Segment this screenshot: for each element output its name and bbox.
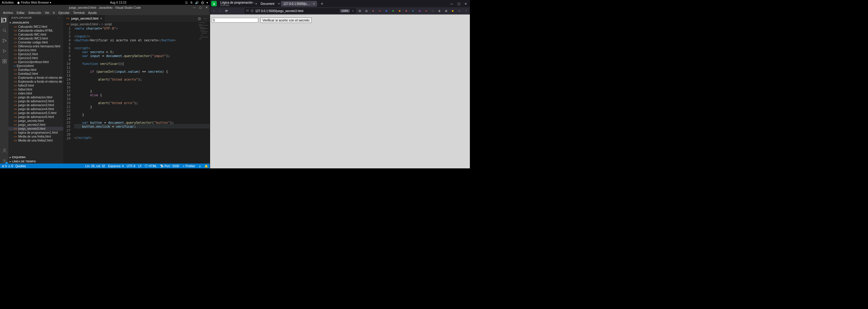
menu-terminal[interactable]: Terminal [71,11,87,15]
lock-icon[interactable]: ⓘ [251,9,253,13]
secret-input[interactable] [212,18,258,23]
file-item[interactable]: <>Calculando IMC.html [8,33,63,36]
extension-icon[interactable]: ■ [391,9,395,13]
extension-icon[interactable]: ⊟ [358,9,362,13]
minimize-button[interactable]: — [193,6,195,9]
code-content[interactable]: <meta charset="UTF-8"> <input/> <button>… [74,27,210,164]
source-control-icon[interactable] [1,38,7,44]
close-icon[interactable]: × [100,17,102,20]
file-item[interactable]: <>juego de adivinacion3.html [8,103,63,107]
file-item[interactable]: <>Estrellas.html [8,68,63,72]
zoom-badge[interactable]: 133% [340,9,350,13]
status-position[interactable]: Lín. 26, col. 32 [85,165,105,168]
more-icon[interactable]: ⋯ [58,16,61,19]
extension-icon[interactable]: ● [411,9,415,13]
explorer-icon[interactable] [1,18,7,23]
file-item[interactable]: <>Explorando a fondo el retorno de fun… [8,76,63,80]
file-item[interactable]: <>juego_secreto3.html [8,127,63,131]
file-item[interactable]: <>Ejercicio.html [8,48,63,52]
file-item[interactable]: <>futbol.html [8,87,63,91]
status-encoding[interactable]: UTF-8 [127,165,135,168]
back-button[interactable]: ← [212,9,216,13]
maximize-button[interactable]: ▢ [199,6,202,9]
file-item[interactable]: <>juego de adivinacion2.html [8,99,63,103]
close-icon[interactable]: × [255,2,257,5]
account-icon[interactable] [1,148,7,153]
file-item[interactable]: <>index.html [8,91,63,95]
tray-volume-icon[interactable]: 🔊 [195,1,198,4]
tray-tree-icon[interactable]: ☳ [185,1,188,4]
app-menu[interactable]: ◉ Firefox Web Browser ▾ [17,1,51,4]
file-item[interactable]: ≡Ejerciciohtml [8,64,63,68]
verify-button[interactable]: Verificar si acerto con el secreto [260,18,312,23]
tray-network-icon[interactable]: ⇅ [190,1,193,4]
bookmark-star-icon[interactable]: ☆ [352,9,354,12]
status-language[interactable]: ⓘ HTML [145,164,157,168]
close-button[interactable]: ✕ [206,6,208,9]
extension-icon[interactable]: ◉ [437,9,441,13]
extension-icon[interactable]: ● [371,9,375,13]
file-item[interactable]: <>juego de adivinacion5.5.html [8,111,63,115]
shield-icon[interactable]: 🛡 [246,9,249,12]
breadcrumb[interactable]: <> juego_secreto3.html › ◇ script [63,22,210,27]
outline-header[interactable]: ▸ ESQUEMA [8,155,63,159]
status-bell-icon[interactable]: 🔔 [204,165,208,168]
reload-button[interactable]: ⟳ [224,9,229,13]
menu-ir[interactable]: Ir [51,11,57,15]
more-icon[interactable]: ⋯ [204,17,207,20]
extension-icon[interactable]: ◌ [431,9,435,13]
extension-icon[interactable]: ◎ [364,9,369,13]
status-prettier[interactable]: Prettier [182,165,195,168]
editor-tab[interactable]: <> juego_secreto3.html × [63,15,105,22]
menu-archivo[interactable]: Archivo [1,11,15,15]
tray-power-icon[interactable]: ⏻ [201,1,204,4]
extension-icon[interactable]: ● [378,9,382,13]
clock[interactable]: Aug 6 13:23 [51,1,185,4]
minimap[interactable] [198,22,210,40]
close-icon[interactable]: × [313,2,315,5]
settings-gear-icon[interactable] [1,158,7,164]
file-item[interactable]: <>Media de una fmilia.html [8,135,63,139]
extension-icon[interactable]: ◆ [417,9,422,13]
file-item[interactable]: <>logica de programacion1.html [8,131,63,135]
code-editor[interactable]: 1234567891011121314151617181920212223242… [63,27,210,164]
extensions-icon[interactable] [1,59,7,64]
file-item[interactable]: <>Diferencia entre hermanos.html [8,44,63,48]
file-item[interactable]: <>Comentar codigo.html [8,40,63,44]
menu-ayuda[interactable]: Ayuda [86,11,98,15]
file-item[interactable]: <>Explorando a fondo el retorno de fun… [8,80,63,84]
extension-icon[interactable]: ⋮ [464,9,468,13]
browser-tab[interactable]: Lógica de programación : PLAYING [218,0,254,7]
close-icon[interactable]: × [278,2,280,5]
run-debug-icon[interactable] [1,48,7,54]
folder-header[interactable]: ▾ JAVAOLINTO [8,21,63,25]
menu-ejecutar[interactable]: Ejecutar [57,11,71,15]
status-quokka[interactable]: Quokka [16,165,26,168]
file-item[interactable]: <>Ejercicio3.html [8,56,63,60]
file-item[interactable]: <>Calculando IMC3.html [8,36,63,40]
file-item[interactable]: <>Estrellas2.html [8,72,63,76]
file-item[interactable]: <>Calcuando IMC2.html [8,25,63,29]
timeline-header[interactable]: ▸ LÍNEA DE TIEMPO [8,159,63,164]
file-item[interactable]: <>juego_secreto.html [8,119,63,123]
status-feedback-icon[interactable]: ☺ [198,165,201,168]
status-indent[interactable]: Espacios: 4 [108,165,124,168]
file-item[interactable]: <>Calculando edades.HTML [8,29,63,33]
forward-button[interactable]: → [218,9,223,13]
url-bar[interactable]: 🛡 ⓘ 127.0.0.1:5500/juego_secreto3.html 1… [244,8,356,13]
file-item[interactable]: <>juego de adivinacion4.html [8,107,63,111]
extension-icon[interactable]: ■ [451,9,455,13]
extension-icon[interactable]: ● [424,9,428,13]
maximize-button[interactable]: ▢ [458,2,460,5]
minimize-button[interactable]: — [450,2,453,5]
file-item[interactable]: <>juego_secreto2.html [8,123,63,127]
menu-editar[interactable]: Editar [15,11,26,15]
file-item[interactable]: <>futbo2l.html [8,84,63,87]
status-eol[interactable]: LF [138,165,142,168]
menu-seleccion[interactable]: Selección [26,11,43,15]
extension-icon[interactable]: ≡ [457,9,461,13]
extension-icon[interactable]: ■ [404,9,408,13]
new-tab-button[interactable]: + [318,1,326,6]
file-item[interactable]: <>juego de adivinacion.html [8,95,63,99]
search-icon[interactable] [1,28,7,33]
